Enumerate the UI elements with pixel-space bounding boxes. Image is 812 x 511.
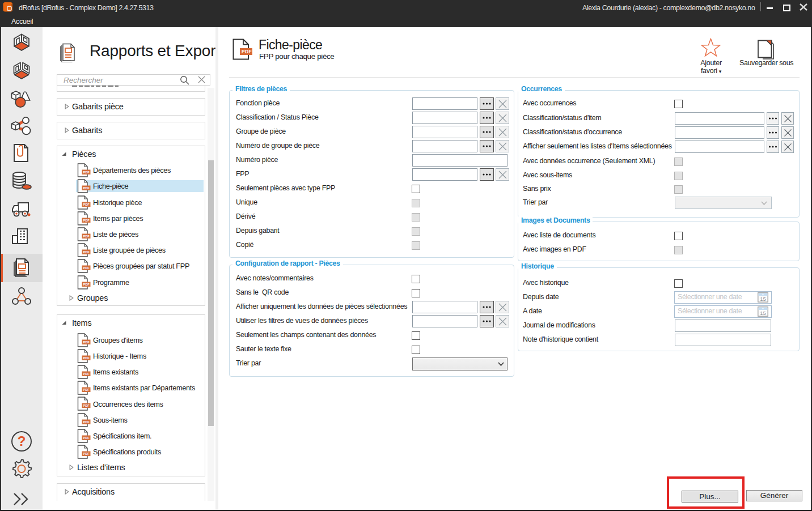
svg-text:PDF: PDF: [83, 266, 90, 270]
svg-text:PDF: PDF: [83, 340, 90, 344]
svg-text:PDF: PDF: [83, 436, 90, 440]
svg-text:PDF: PDF: [83, 250, 90, 254]
svg-text:PDF: PDF: [83, 186, 90, 190]
svg-text:15: 15: [760, 309, 766, 316]
svg-text:PDF: PDF: [83, 219, 90, 222]
svg-text:PDF: PDF: [83, 283, 90, 286]
svg-text:PDF: PDF: [83, 171, 90, 174]
svg-text:PDF: PDF: [83, 404, 90, 407]
svg-text:PDF: PDF: [83, 420, 90, 424]
svg-text:?: ?: [18, 433, 26, 449]
svg-text:PDF: PDF: [83, 356, 90, 360]
svg-text:15: 15: [760, 295, 766, 301]
svg-text:PDF: PDF: [83, 235, 90, 238]
svg-text:PDF: PDF: [83, 452, 90, 455]
svg-text:PDF: PDF: [83, 372, 90, 376]
svg-text:PDF: PDF: [83, 388, 90, 391]
svg-text:PDF: PDF: [83, 203, 90, 206]
